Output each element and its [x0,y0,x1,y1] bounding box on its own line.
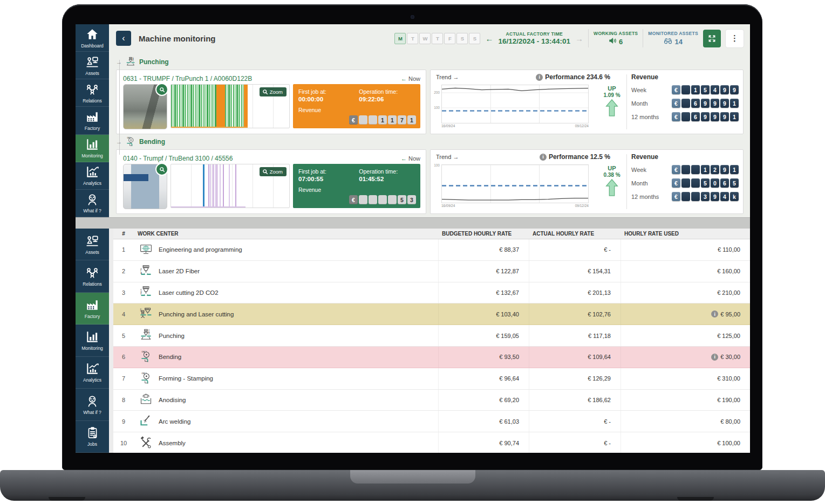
machine-photo[interactable] [123,164,167,209]
machine-photo[interactable] [123,84,167,129]
table-row-assembly[interactable]: 10 Assembly € 90,74 € - € 100,00 [113,432,750,453]
digit-tile: 4 [720,192,729,201]
factory-time-value: 16/12/2024 - 13:44:01 [498,37,570,45]
day-box-3[interactable]: T [432,33,443,44]
section-title[interactable]: Punching [139,58,169,66]
next-day-arrow[interactable]: → [575,34,583,43]
machine-title-link[interactable]: 0631 - TRUMPF / TruPunch 1 / A0060D122B [123,75,252,82]
trend-link[interactable]: Trend → [436,154,459,160]
table-row-forming-stamping[interactable]: 7 CNC Forming - Stamping € 96,64 € 126,2… [113,368,750,390]
info-icon[interactable]: i [711,310,718,317]
day-box-5[interactable]: S [456,33,468,44]
machine-title-link[interactable]: 0140 - Trumpf / TruBend 3100 / 45556 [123,155,233,162]
sidebar-item-label: What if ? [83,410,101,415]
sidebar-item-label: Factory [85,314,100,319]
sidebar-item-what-if[interactable]: What if ? [76,190,109,217]
hourly-rate-used: € 190,00 [621,390,750,411]
activity-setup-segment [216,85,225,128]
sidebar-item-factory[interactable]: Factory [76,293,109,325]
sidebar-item-what-if[interactable]: What if ? [76,389,109,420]
work-center-name: Assembly [159,440,186,446]
table-row-bending[interactable]: 6 CNC Bending € 93,50 € 109,64 i€ 30,00 [113,347,750,368]
info-icon[interactable]: i [536,74,543,81]
sidebar-item-assets[interactable]: Assets [76,229,109,260]
activity-running-segment [171,85,216,128]
zoom-button[interactable]: Zoom [260,87,287,96]
sidebar-item-label: Analytics [83,181,101,186]
col-header-rate-used: HOURLY RATE USED [621,231,750,237]
euro-tile: € [672,112,680,121]
panel-split-divider[interactable] [76,217,750,229]
table-row-arc-welding[interactable]: 9 Arc welding € 61,03 € - € 80,00 [113,411,750,432]
fullscreen-button[interactable] [703,30,721,47]
sidebar-item-jobs[interactable]: Jobs [76,421,109,453]
info-icon[interactable]: i [711,354,718,361]
sidebar-item-relations[interactable]: Relations [76,260,109,292]
table-row-punching[interactable]: 5 CNC Punching € 159,05 € 117,18 € 125,0… [113,325,750,347]
table-row-laser-cutting-2d-co2[interactable]: 3 CO2 Laser cutting 2D CO2 € 132,67 € 20… [113,282,750,304]
now-button[interactable]: ← Now [401,155,420,162]
sidebar-item-relations[interactable]: Relations [76,79,109,107]
sidebar-item-monitoring[interactable]: Monitoring [76,325,109,356]
day-box-2[interactable]: W [419,33,431,44]
revenue-row-label: 12 months [631,114,659,120]
digit-tile [691,178,700,188]
binoculars-icon [664,37,672,46]
tree-arrow-icon: → [116,59,122,65]
table-row-engineering-and-programming[interactable]: 1 Engineering and programming € 88,37 € … [113,239,750,261]
magnifier-icon[interactable] [155,163,168,176]
digit-tile: 9 [701,99,710,108]
budgeted-hourly-rate: € 61,03 [438,411,529,432]
sidebar-item-factory[interactable]: Factory [76,107,109,134]
info-icon[interactable]: i [540,154,547,161]
sidebar-item-label: Assets [85,250,99,255]
back-button[interactable]: ‹ [116,31,131,46]
first-job-label: First job at: [298,168,359,175]
work-center-name: Arc welding [159,418,190,425]
prev-day-arrow[interactable]: ← [485,34,493,43]
table-row-anodising[interactable]: 8 Anodising € 69,20 € 186,62 € 190,00 [113,390,750,411]
now-button[interactable]: ← Now [401,75,420,82]
work-center-name: Anodising [159,397,186,403]
welding-icon [139,414,153,429]
day-box-0[interactable]: M [394,33,406,44]
section-title[interactable]: Bending [139,138,165,146]
digit-tile: 2 [711,165,719,174]
status-panel: First job at: 07:00:55 Operation time: 0… [293,164,420,208]
activity-event [216,164,217,208]
sidebar-item-analytics[interactable]: Analytics [76,357,109,389]
divider [626,74,627,129]
camera-icon [411,15,414,19]
euro-tile: € [349,195,358,204]
budgeted-hourly-rate: € 88,37 [438,239,529,260]
sidebar-item-assets[interactable]: Assets [76,52,109,79]
trend-xtick-start: 16/09/24 [441,204,455,208]
divider [643,29,643,47]
table-row-punching-and-laser-cutting[interactable]: 4 CO Punching and Laser cutting € 103,40… [113,303,750,325]
actual-hourly-rate: € - [529,239,621,260]
factory-time-block: ACTUAL FACTORY TIME 16/12/2024 - 13:44:0… [498,31,570,45]
day-box-6[interactable]: S [469,33,480,44]
sidebar-item-monitoring[interactable]: Monitoring [76,135,109,162]
digit-tile: 3 [407,195,416,204]
row-number: 5 [113,333,134,339]
hourly-rate-used: € 210,00 [621,282,750,303]
zoom-button[interactable]: Zoom [260,167,287,176]
revenue-row-counter: €15499 [672,85,739,94]
sidebar-item-analytics[interactable]: Analytics [76,162,109,190]
actual-hourly-rate: € - [529,432,621,453]
day-box-1[interactable]: T [407,33,418,44]
kebab-menu-button[interactable]: ⋮ [726,30,744,47]
hourly-rate-used: € 110,00 [621,239,750,260]
actual-hourly-rate: € - [529,411,621,432]
digit-tile [681,165,690,174]
day-selector: MTWTFSS [394,33,480,44]
magnifier-icon[interactable] [155,83,168,96]
day-box-4[interactable]: F [444,33,455,44]
digit-tile [681,85,690,94]
table-row-laser-2d-fiber[interactable]: 2 FIB Laser 2D Fiber € 122,87 € 154,31 €… [113,261,750,282]
sidebar-item-dashboard[interactable]: Dashboard [76,24,109,52]
revenue-row-month: Month €5065 [631,178,739,188]
digit-tile: 9 [711,112,719,121]
trend-link[interactable]: Trend → [436,74,459,80]
